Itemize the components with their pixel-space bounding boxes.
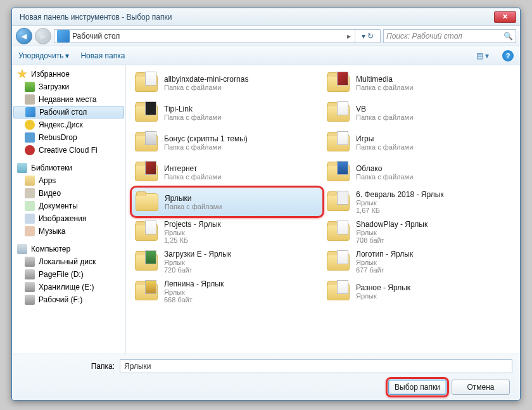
file-item[interactable]: Игры Папка с файлами: [323, 127, 515, 157]
file-item[interactable]: Интернет Папка с файлами: [131, 157, 323, 187]
sidebar-item-desktop[interactable]: Рабочий стол: [13, 106, 124, 119]
file-item[interactable]: Лепнина - Ярлык Ярлык668 байт: [131, 276, 323, 306]
file-subtitle: Ярлык: [356, 229, 512, 236]
file-item[interactable]: VB Папка с файлами: [323, 98, 515, 127]
file-name: ShadowPlay - Ярлык: [356, 220, 512, 229]
toolbar: Упорядочить ▾ Новая папка ▤ ▾ ?: [12, 46, 520, 65]
folder-name-input[interactable]: [120, 359, 512, 373]
sidebar-item-creative-cloud[interactable]: Creative Cloud Fi: [12, 144, 125, 157]
sidebar-item-apps[interactable]: Apps: [12, 174, 125, 187]
forward-button[interactable]: ►: [35, 28, 51, 44]
search-input[interactable]: Поиск: Рабочий стол 🔍: [383, 29, 516, 43]
sidebar-item-music[interactable]: Музыка: [12, 225, 125, 238]
file-name: Projects - Ярлык: [164, 220, 320, 229]
file-item[interactable]: Загрузки Е - Ярлык Ярлык720 байт: [131, 247, 323, 276]
back-button[interactable]: ◄: [16, 28, 32, 44]
folder-icon: [134, 279, 159, 304]
folder-label: Папка:: [20, 362, 115, 371]
file-name: Загрузки Е - Ярлык: [164, 250, 320, 259]
folder-icon: [134, 160, 159, 185]
sidebar-item-yandexdisk[interactable]: Яндекс.Диск: [12, 119, 125, 131]
file-name: 6. Февраль 2018 - Ярлык: [356, 190, 512, 199]
bottom-panel: Папка: Выбор папки Отмена: [12, 354, 520, 400]
folder-icon: [134, 70, 159, 96]
sidebar-computer-header[interactable]: Компьютер: [12, 243, 125, 255]
file-subtitle: Папка с файлами: [356, 84, 512, 91]
file-name: Логотип - Ярлык: [356, 250, 512, 259]
file-item[interactable]: Multimedia Папка с файлами: [323, 68, 515, 98]
cancel-button[interactable]: Отмена: [452, 380, 510, 395]
file-item[interactable]: Tipi-Link Папка с файлами: [131, 98, 323, 127]
organize-button[interactable]: Упорядочить ▾: [18, 51, 69, 60]
computer-icon: [17, 244, 27, 254]
sidebar-item-drive-c[interactable]: Локальный диск: [12, 255, 125, 268]
file-subtitle: Ярлык: [164, 229, 320, 236]
sidebar-favorites-header[interactable]: Избранное: [12, 68, 125, 80]
sidebar-item-drive-d[interactable]: PageFile (D:): [12, 268, 125, 281]
folder-icon: [326, 100, 351, 125]
file-name: Multimedia: [356, 75, 512, 84]
folder-icon: [25, 176, 35, 186]
file-subtitle: Папка с файлами: [164, 113, 320, 121]
folder-icon: [326, 70, 351, 96]
sidebar-item-images[interactable]: Изображения: [12, 212, 125, 225]
file-item[interactable]: ShadowPlay - Ярлык Ярлык708 байт: [323, 217, 515, 247]
file-size: 720 байт: [164, 266, 320, 274]
sidebar-item-drive-e[interactable]: Хранилище (E:): [12, 281, 125, 293]
file-item[interactable]: Бонус (скрипты 1 темы) Папка с файлами: [131, 127, 323, 157]
folder-icon: [326, 130, 351, 155]
select-folder-button[interactable]: Выбор папки: [388, 380, 446, 395]
file-item[interactable]: Projects - Ярлык Ярлык1,25 КБ: [131, 217, 323, 247]
file-size: 708 байт: [356, 236, 512, 244]
file-subtitle: Папка с файлами: [356, 113, 512, 121]
file-subtitle: Ярлык: [164, 288, 320, 296]
refresh-button[interactable]: ▾ ↻: [355, 30, 380, 42]
file-item[interactable]: Ярлыки Папка с файлами: [131, 187, 323, 217]
file-size: 668 байт: [164, 296, 320, 304]
file-item[interactable]: Разное - Ярлык Ярлык: [323, 276, 515, 306]
new-folder-button[interactable]: Новая папка: [80, 51, 125, 60]
library-icon: [17, 163, 27, 173]
sidebar-item-documents[interactable]: Документы: [12, 200, 125, 212]
recent-icon: [25, 94, 35, 105]
file-name: Разное - Ярлык: [356, 283, 512, 292]
file-subtitle: Ярлык: [356, 199, 512, 207]
file-item[interactable]: Облако Папка с файлами: [323, 157, 515, 187]
help-button[interactable]: ?: [502, 50, 514, 61]
file-item[interactable]: 6. Февраль 2018 - Ярлык Ярлык1,67 КБ: [323, 187, 515, 217]
file-size: 677 байт: [356, 266, 512, 274]
window-title: Новая панель инструментов - Выбор папки: [16, 13, 494, 22]
creative-cloud-icon: [25, 145, 35, 155]
file-name: VB: [356, 105, 512, 113]
folder-icon: [326, 219, 351, 245]
folder-icon: [134, 219, 159, 245]
desktop-icon: [25, 107, 35, 117]
file-subtitle: Папка с файлами: [356, 173, 512, 181]
file-subtitle: Папка с файлами: [356, 143, 512, 151]
address-bar[interactable]: Рабочий стол ▸ ▾ ↻: [54, 29, 381, 43]
sidebar-item-drive-f[interactable]: Рабочий (F:): [12, 293, 125, 306]
sidebar-libraries-header[interactable]: Библиотеки: [12, 162, 125, 174]
file-subtitle: Ярлык: [164, 259, 320, 266]
file-grid[interactable]: allbyinxdate-mini-crornas Папка с файлам…: [126, 65, 520, 354]
drive-icon: [25, 269, 35, 279]
file-subtitle: Ярлык: [356, 292, 512, 300]
sidebar[interactable]: Избранное Загрузки Недавние места Рабочи…: [12, 65, 126, 354]
sidebar-item-video[interactable]: Видео: [12, 187, 125, 200]
breadcrumb-arrow-icon[interactable]: ▸: [343, 32, 355, 41]
download-icon: [25, 82, 35, 92]
view-options-button[interactable]: ▤ ▾: [474, 49, 491, 63]
folder-icon: [326, 279, 351, 304]
close-button[interactable]: ✕: [494, 11, 516, 23]
nav-bar: ◄ ► Рабочий стол ▸ ▾ ↻ Поиск: Рабочий ст…: [12, 26, 520, 46]
file-name: Игры: [356, 134, 512, 143]
video-icon: [25, 188, 35, 198]
sidebar-item-downloads[interactable]: Загрузки: [12, 80, 125, 93]
titlebar[interactable]: Новая панель инструментов - Выбор папки …: [12, 8, 520, 26]
sidebar-item-rebusdrop[interactable]: RebusDrop: [12, 131, 125, 144]
file-item[interactable]: Логотип - Ярлык Ярлык677 байт: [323, 247, 515, 276]
sidebar-item-recent[interactable]: Недавние места: [12, 93, 125, 106]
search-placeholder: Поиск: Рабочий стол: [386, 32, 504, 41]
file-subtitle: Папка с файлами: [164, 173, 320, 181]
file-item[interactable]: allbyinxdate-mini-crornas Папка с файлам…: [131, 68, 323, 98]
